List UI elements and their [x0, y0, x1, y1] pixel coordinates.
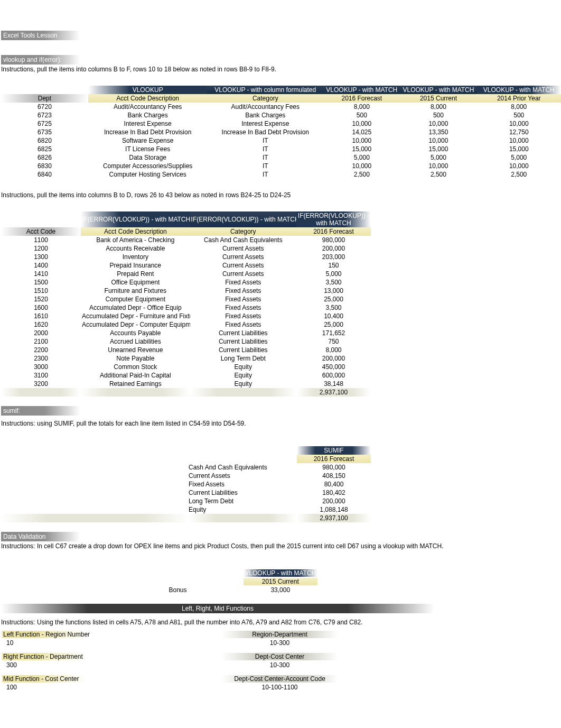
cell: 171,652	[296, 329, 371, 337]
col-sub: Category	[207, 94, 323, 103]
cell: Fixed Assets	[189, 480, 297, 489]
cell: 80,400	[297, 480, 371, 489]
cell: 15,000	[400, 145, 476, 153]
cell: 1610	[1, 312, 81, 320]
cell: Bank Charges	[207, 111, 323, 119]
cell: Inventory	[81, 253, 190, 261]
cell: Equity	[189, 505, 297, 514]
cell: Office Equipment	[81, 278, 190, 287]
cell: 2000	[1, 329, 81, 337]
cell: Prepaid Insurance	[81, 261, 190, 270]
cell: Fixed Assets	[190, 287, 296, 295]
cell: 10,000	[477, 136, 561, 145]
table-row: Current Assets408,150	[1, 472, 371, 480]
cell: 10,000	[400, 136, 476, 145]
cell: Current Liabilities	[189, 489, 297, 497]
cell: 1300	[1, 253, 81, 261]
cell: 980,000	[296, 236, 371, 244]
dept-cost-hdr: Dept-Cost Center	[222, 653, 338, 660]
cell: 1520	[1, 295, 81, 303]
table-row: 1300InventoryCurrent Assets203,000	[1, 253, 371, 261]
left-fn-val: 10	[1, 639, 189, 647]
right-fn-val: 300	[1, 661, 189, 669]
dept-cost-acct-val: 10-100-1100	[189, 683, 371, 692]
section-excel-tools: Excel Tools Lesson	[1, 31, 80, 40]
cell: 6840	[1, 170, 88, 179]
cell: Current Liabilities	[190, 329, 296, 337]
col-sub: Acct Code	[1, 227, 81, 236]
dropdown-value: 33,000	[190, 586, 371, 594]
cell: 3200	[1, 380, 81, 388]
cell: IT	[207, 162, 323, 170]
col-hdr: VLOOKUP - with column formulated	[207, 86, 323, 94]
col-sub: Acct Code Description	[81, 227, 190, 236]
table-row: 6825IT License FeesIT15,00015,00015,000	[1, 145, 561, 153]
cell: Equity	[190, 371, 296, 380]
cell: 200,000	[296, 244, 371, 253]
cell: Accrued Liabilities	[81, 337, 190, 346]
cell: 25,000	[296, 295, 371, 303]
cell: 10,000	[400, 162, 476, 170]
cell: 3,500	[296, 278, 371, 287]
cell: 200,000	[297, 497, 371, 505]
dept-cost-acct-hdr: Dept-Cost Center-Account Code	[222, 675, 338, 683]
instructions-3: Instructions: using SUMIF, pull the tota…	[1, 420, 561, 427]
cell: 10,000	[477, 119, 561, 128]
cell: 5,000	[477, 153, 561, 162]
region-dept-hdr: Region-Department	[222, 631, 338, 638]
cell: Additional Paid-In Capital	[81, 371, 190, 380]
col-hdr: VLOOKUP - with MATCH	[400, 86, 476, 94]
cell: 5,000	[400, 153, 476, 162]
instructions-2: Instructions, pull the items into column…	[1, 191, 561, 199]
cell: 15,000	[323, 145, 400, 153]
cell: 10,000	[400, 119, 476, 128]
cell: 2300	[1, 354, 81, 363]
cell: 980,000	[297, 463, 371, 472]
table-row: 1410Prepaid RentCurrent Assets5,000	[1, 270, 371, 278]
cell: 600,000	[296, 371, 371, 380]
cell: 6830	[1, 162, 88, 170]
cell: 13,350	[400, 128, 476, 136]
col-hdr: IF(ERROR(VLOOKUP)) - with MATCH	[296, 211, 371, 227]
table-row: 1610Accumulated Depr - Furniture and Fix…	[1, 312, 371, 320]
table-iferror: IF(ERROR(VLOOKUP)) - with MATCH IF(ERROR…	[1, 211, 371, 397]
cell: 750	[296, 337, 371, 346]
cell: Cash And Cash Equivalents	[190, 236, 296, 244]
dept-cost-val: 10-300	[189, 661, 371, 669]
cell: Data Storage	[88, 153, 207, 162]
col-sub: Acct Code Description	[88, 94, 207, 103]
cell: 2100	[1, 337, 81, 346]
cell: 6725	[1, 119, 88, 128]
cell: 6825	[1, 145, 88, 153]
col-hdr: VLOOKUP - with MATCH	[323, 86, 400, 94]
cell: Furniture and Fixtures	[81, 287, 190, 295]
cell: 1510	[1, 287, 81, 295]
table-row: 1100Bank of America - CheckingCash And C…	[1, 236, 371, 244]
table-row: Cash And Cash Equivalents980,000	[1, 463, 371, 472]
cell: 1400	[1, 261, 81, 270]
cell: 500	[323, 111, 400, 119]
cell: Long Term Debt	[190, 354, 296, 363]
cell: Fixed Assets	[190, 295, 296, 303]
cell: Current Assets	[190, 244, 296, 253]
cell: Accounts Receivable	[81, 244, 190, 253]
cell: 1600	[1, 303, 81, 312]
table-row: 6723Bank ChargesBank Charges500500500	[1, 111, 561, 119]
cell: 2,500	[477, 170, 561, 179]
instructions-1: Instructions, pull the items into column…	[1, 66, 561, 73]
table-row: 6840Computer Hosting ServicesIT2,5002,50…	[1, 170, 561, 179]
cell: Equity	[190, 380, 296, 388]
cell: IT License Fees	[88, 145, 207, 153]
cell: Bank Charges	[88, 111, 207, 119]
cell: 6723	[1, 111, 88, 119]
cell: Equity	[190, 363, 296, 371]
table-row: 6735Increase In Bad Debt ProvisionIncrea…	[1, 128, 561, 136]
table-row: 1520Computer EquipmentFixed Assets25,000	[1, 295, 371, 303]
dropdown-label[interactable]: Bonus	[1, 586, 190, 594]
cell: 1100	[1, 236, 81, 244]
table-row: Long Term Debt200,000	[1, 497, 371, 505]
cell: Interest Expense	[207, 119, 323, 128]
instructions-4: Instructions: In cell C67 create a drop …	[1, 542, 561, 550]
cell: 12,750	[477, 128, 561, 136]
cell: Common Stock	[81, 363, 190, 371]
